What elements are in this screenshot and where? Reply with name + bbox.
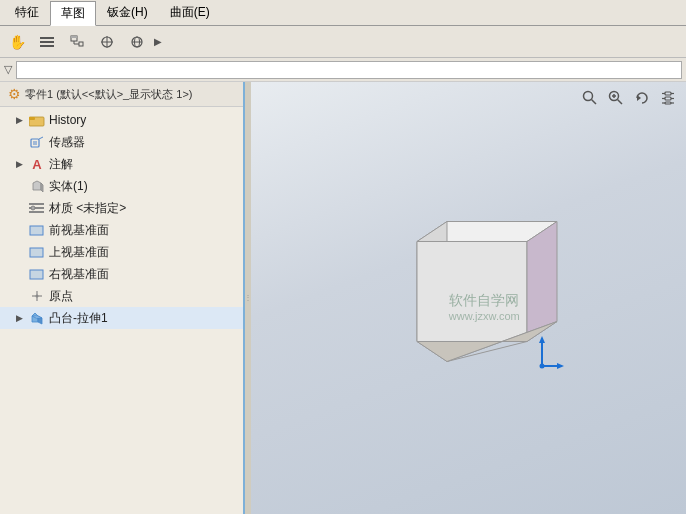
top-plane-label: 上视基准面 (49, 244, 239, 261)
svg-rect-41 (665, 92, 671, 95)
svg-line-18 (39, 137, 43, 139)
svg-marker-52 (417, 242, 527, 342)
tree-item-origin[interactable]: 原点 (0, 285, 243, 307)
sensor-icon (28, 134, 46, 150)
svg-point-24 (31, 206, 35, 210)
toolbar: ✋ ▶ (0, 26, 686, 58)
annotation-icon: A (28, 156, 46, 172)
svg-marker-40 (637, 95, 641, 101)
tab-sketch[interactable]: 草图 (50, 1, 96, 26)
material-icon (28, 200, 46, 216)
svg-rect-17 (33, 141, 37, 145)
origin-label: 原点 (49, 288, 239, 305)
left-panel: ⚙ 零件1 (默认<<默认>_显示状态 1>) ▶ History (0, 82, 245, 514)
top-plane-icon (28, 244, 46, 260)
extrude-icon (28, 310, 46, 326)
svg-line-39 (618, 100, 623, 105)
svg-line-35 (592, 100, 597, 105)
svg-rect-2 (40, 45, 54, 47)
svg-rect-15 (29, 117, 35, 120)
search-input[interactable] (16, 61, 682, 79)
viewport[interactable]: 软件自学网 www.jzxw.com (251, 82, 686, 514)
part-label: 零件1 (默认<<默认>_显示状态 1>) (25, 87, 193, 102)
tree-item-extrude[interactable]: ▶ 凸台-拉伸1 (0, 307, 243, 329)
filter-row: ▽ (0, 58, 686, 82)
tree-item-material[interactable]: 材质 <未指定> (0, 197, 243, 219)
svg-marker-19 (33, 181, 41, 190)
svg-marker-58 (539, 336, 545, 343)
front-plane-icon (28, 222, 46, 238)
tree-item-right-plane[interactable]: 右视基准面 (0, 263, 243, 285)
svg-rect-27 (30, 270, 43, 279)
tree-header: ⚙ 零件1 (默认<<默认>_显示状态 1>) (0, 82, 243, 107)
tree-item-front-plane[interactable]: 前视基准面 (0, 219, 243, 241)
viewport-icons (580, 88, 678, 108)
axis-svg (517, 331, 567, 381)
display-icon[interactable] (124, 29, 150, 55)
tab-surface[interactable]: 曲面(E) (159, 0, 221, 25)
svg-point-34 (584, 92, 593, 101)
expand-arrow: ▶ (16, 313, 28, 323)
extrude-label: 凸台-拉伸1 (49, 310, 239, 327)
svg-point-30 (36, 295, 39, 298)
right-plane-label: 右视基准面 (49, 266, 239, 283)
expand-arrow: ▶ (16, 115, 28, 125)
svg-rect-7 (79, 42, 83, 46)
svg-rect-21 (29, 203, 44, 205)
tree-content: ▶ History 传感器 (0, 107, 243, 514)
part-icon: ⚙ (8, 86, 21, 102)
crosshair-icon[interactable] (94, 29, 120, 55)
toolbar-more-icon[interactable]: ▶ (154, 36, 162, 47)
history-folder-icon (28, 112, 46, 128)
search-view-icon[interactable] (580, 88, 600, 108)
tree-item-sensor[interactable]: 传感器 (0, 131, 243, 153)
tree-icon[interactable] (64, 29, 90, 55)
settings-icon[interactable] (658, 88, 678, 108)
list-icon[interactable] (34, 29, 60, 55)
hand-icon[interactable]: ✋ (4, 29, 30, 55)
svg-marker-20 (41, 183, 43, 192)
annotation-label: 注解 (49, 156, 239, 173)
svg-rect-25 (30, 226, 43, 235)
tree-item-top-plane[interactable]: 上视基准面 (0, 241, 243, 263)
svg-rect-0 (40, 37, 54, 39)
tab-features[interactable]: 特征 (4, 0, 50, 25)
right-plane-icon (28, 266, 46, 282)
origin-icon (28, 288, 46, 304)
history-label: History (49, 113, 239, 127)
solid-label: 实体(1) (49, 178, 239, 195)
solid-icon (28, 178, 46, 194)
svg-rect-42 (665, 97, 671, 100)
tree-item-solid[interactable]: 实体(1) (0, 175, 243, 197)
tab-sheetmetal[interactable]: 钣金(H) (96, 0, 159, 25)
expand-arrow: ▶ (16, 159, 28, 169)
filter-icon: ▽ (4, 63, 12, 76)
material-label: 材质 <未指定> (49, 200, 239, 217)
svg-marker-60 (557, 363, 564, 369)
svg-point-61 (540, 364, 545, 369)
zoom-icon[interactable] (606, 88, 626, 108)
tree-item-annotation[interactable]: ▶ A 注解 (0, 153, 243, 175)
tree-item-history[interactable]: ▶ History (0, 109, 243, 131)
sensor-label: 传感器 (49, 134, 239, 151)
main-layout: ⚙ 零件1 (默认<<默认>_显示状态 1>) ▶ History (0, 82, 686, 514)
tab-bar: 特征 草图 钣金(H) 曲面(E) (0, 0, 686, 26)
front-plane-label: 前视基准面 (49, 222, 239, 239)
svg-rect-26 (30, 248, 43, 257)
svg-rect-1 (40, 41, 54, 43)
svg-rect-43 (665, 102, 671, 104)
svg-rect-4 (71, 36, 77, 38)
axis-indicator (517, 331, 567, 384)
svg-rect-23 (29, 211, 44, 213)
rotate-icon[interactable] (632, 88, 652, 108)
